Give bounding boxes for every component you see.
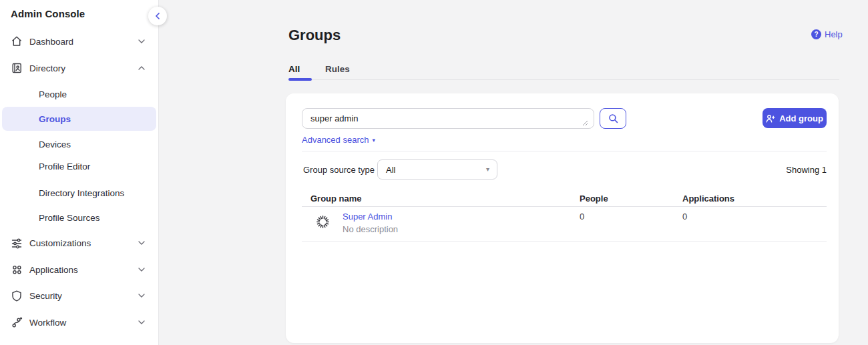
sidebar-item-label: Workflow [29, 318, 66, 328]
column-header-people: People [580, 194, 608, 204]
chevron-down-icon [138, 320, 145, 324]
tab-all[interactable]: All [288, 64, 300, 74]
sidebar-item-groups[interactable]: Groups [2, 107, 156, 131]
search-icon [608, 113, 618, 123]
chevron-down-icon [138, 294, 145, 298]
advanced-search-link[interactable]: Advanced search ▾ [302, 135, 375, 145]
sidebar-item-label: Applications [29, 265, 78, 275]
person-plus-icon [766, 114, 775, 123]
group-source-type-label: Group source type [303, 165, 375, 175]
column-header-applications: Applications [682, 194, 734, 204]
sidebar: Admin Console Dashboard Directory People… [0, 0, 158, 345]
app-title: Admin Console [11, 8, 85, 19]
apps-grid-icon [11, 264, 23, 276]
chevron-up-icon [138, 66, 145, 70]
add-group-label: Add group [779, 113, 823, 123]
applications-count: 0 [682, 212, 687, 222]
section-divider [302, 151, 827, 151]
chevron-down-icon [138, 241, 145, 245]
sidebar-item-workflow[interactable]: Workflow [0, 310, 158, 334]
sidebar-item-devices[interactable]: Devices [0, 132, 158, 156]
sidebar-item-label: Directory Integrations [39, 188, 124, 198]
search-button[interactable] [600, 108, 626, 129]
sidebar-item-label: Dashboard [29, 37, 73, 47]
selected-option: All [378, 165, 395, 175]
sidebar-item-directory[interactable]: Directory [0, 56, 158, 80]
sidebar-item-customizations[interactable]: Customizations [0, 231, 158, 255]
help-question-icon: ? [811, 29, 821, 39]
table-header-divider [302, 206, 827, 207]
showing-count: Showing 1 [786, 165, 827, 175]
people-count: 0 [580, 212, 584, 222]
caret-down-icon: ▾ [486, 165, 489, 173]
sidebar-item-label: Directory [29, 63, 65, 73]
group-description: No description [343, 224, 398, 234]
group-sunburst-icon [316, 215, 330, 229]
help-link[interactable]: ? Help [811, 29, 843, 39]
groups-panel: super admin Add group Advanced search ▾ … [286, 93, 839, 343]
directory-badge-icon [11, 62, 23, 74]
admin-console-page: { "app": { "title": "Admin Console" }, "… [0, 0, 868, 345]
tabs-divider [288, 79, 839, 80]
shield-icon [11, 290, 23, 302]
sidebar-item-label: Security [29, 291, 62, 301]
column-header-group-name: Group name [310, 194, 362, 204]
chevron-down-icon [138, 39, 145, 43]
group-name-link[interactable]: Super Admin [343, 212, 392, 222]
tab-rules[interactable]: Rules [325, 64, 350, 74]
sidebar-item-security[interactable]: Security [0, 284, 158, 308]
sidebar-item-profile-editor[interactable]: Profile Editor [0, 154, 158, 178]
sidebar-item-label: People [39, 89, 67, 99]
group-search-input[interactable]: super admin [302, 108, 594, 129]
sidebar-item-dashboard[interactable]: Dashboard [0, 29, 158, 53]
sidebar-item-applications[interactable]: Applications [0, 258, 158, 282]
advanced-search-label: Advanced search [302, 135, 369, 145]
help-label: Help [825, 29, 843, 39]
sidebar-item-label: Profile Editor [39, 161, 90, 171]
sidebar-item-profile-sources[interactable]: Profile Sources [0, 206, 158, 230]
page-title: Groups [288, 27, 341, 44]
sidebar-item-label: Customizations [29, 238, 91, 248]
home-icon [11, 35, 23, 47]
add-group-button[interactable]: Add group [763, 108, 827, 128]
sidebar-item-directory-integrations[interactable]: Directory Integrations [0, 181, 158, 205]
sidebar-collapse-button[interactable] [148, 7, 167, 25]
sidebar-item-partial[interactable] [0, 337, 158, 345]
chevron-left-icon [155, 13, 160, 19]
active-tab-underline [288, 78, 312, 81]
sidebar-item-label: Devices [39, 139, 71, 149]
sidebar-item-label: Groups [39, 114, 71, 124]
row-divider [302, 241, 827, 242]
sidebar-item-label: Profile Sources [39, 213, 100, 223]
caret-down-icon: ▾ [372, 136, 375, 143]
workflow-icon [11, 316, 23, 328]
group-source-type-select[interactable]: All ▾ [377, 159, 497, 180]
sliders-icon [11, 237, 23, 249]
chevron-down-icon [138, 268, 145, 272]
sidebar-item-people[interactable]: People [0, 82, 158, 106]
